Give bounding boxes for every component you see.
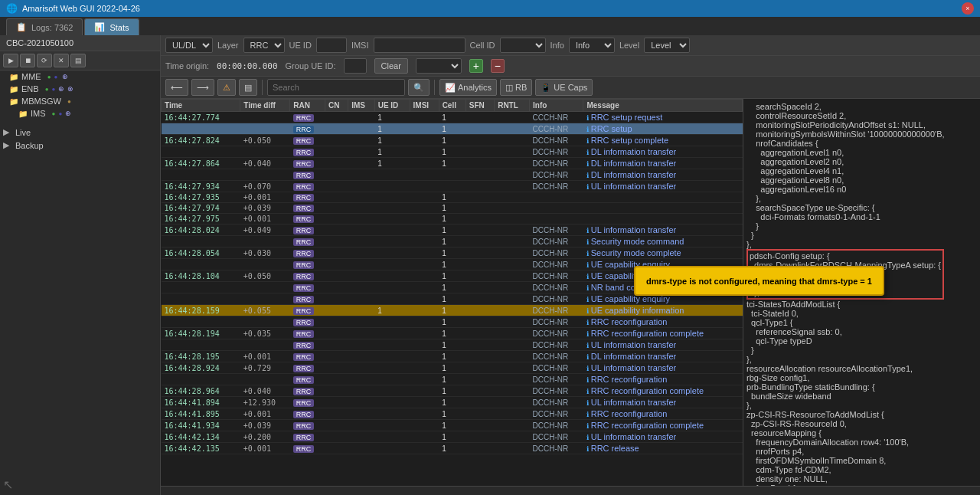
cell-rntl bbox=[495, 135, 530, 146]
cell-cell: 1 bbox=[439, 112, 466, 123]
cell-ran: RRC bbox=[290, 203, 325, 214]
cell-message: ℹ UL information transfer bbox=[583, 362, 743, 374]
search-icon-button[interactable]: 🔍 bbox=[408, 79, 430, 96]
cell-time: 16:44:27.975 bbox=[162, 214, 240, 225]
grid-button[interactable]: ▤ bbox=[239, 79, 257, 96]
table-row[interactable]: 16:44:41.895 +0.001 RRC 1 DCCH-NR ℹ RRC … bbox=[162, 408, 743, 420]
cell-time: 16:44:27.774 bbox=[162, 112, 240, 123]
close-sidebar-button[interactable]: ✕ bbox=[54, 54, 69, 67]
table-row[interactable]: RRC 1 DCCH-NR ℹ RRC reconfiguration bbox=[162, 316, 743, 328]
cell-ueid: 1 bbox=[374, 112, 410, 123]
table-row[interactable]: 16:44:41.934 +0.039 RRC 1 DCCH-NR ℹ RRC … bbox=[162, 420, 743, 431]
cell-cell: 1 bbox=[439, 328, 466, 339]
cell-ims bbox=[348, 408, 374, 420]
cell-cn bbox=[325, 420, 348, 431]
cell-ueid bbox=[374, 420, 410, 431]
table-row[interactable]: 16:44:28.024 +0.049 RRC 1 DCCH-NR ℹ UL i… bbox=[162, 225, 743, 236]
table-row[interactable]: 16:44:42.134 +0.200 RRC 1 DCCH-NR ℹ UL i… bbox=[162, 431, 743, 443]
warning-button[interactable]: ⚠ bbox=[217, 79, 236, 96]
table-row[interactable]: RRC 1 DCCH-NR ℹ Security mode command bbox=[162, 236, 743, 248]
analytics-button[interactable]: 📈 Analytics bbox=[439, 79, 497, 96]
cell-ims bbox=[348, 431, 374, 443]
search-input[interactable] bbox=[267, 79, 405, 96]
table-row[interactable]: 16:44:27.975 +0.001 RRC 1 bbox=[162, 214, 743, 225]
table-row[interactable]: 16:44:41.894 +12.930 RRC 1 DCCH-NR ℹ UL … bbox=[162, 397, 743, 408]
table-row[interactable]: 16:44:28.194 +0.035 RRC 1 DCCH-NR ℹ RRC … bbox=[162, 328, 743, 339]
table-row[interactable]: 16:44:27.824 +0.050 RRC 1 1 DCCH-NR ℹ RR… bbox=[162, 135, 743, 146]
close-button[interactable]: × bbox=[962, 2, 974, 15]
table-row[interactable]: 16:44:28.924 +0.729 RRC 1 DCCH-NR ℹ UL i… bbox=[162, 362, 743, 374]
cell-imsi bbox=[410, 408, 439, 420]
cell-timediff: +0.039 bbox=[240, 203, 290, 214]
ue-id-input[interactable] bbox=[316, 38, 347, 53]
cell-ims bbox=[348, 397, 374, 408]
cell-id-select[interactable] bbox=[500, 38, 546, 53]
layer-select[interactable]: UL/DLRRCNASAll bbox=[165, 38, 213, 53]
cell-info bbox=[530, 192, 583, 203]
table-row[interactable]: 16:44:28.195 +0.001 RRC 1 DCCH-NR ℹ DL i… bbox=[162, 351, 743, 362]
table-row[interactable]: 16:44:42.135 +0.001 RRC 1 DCCH-NR ℹ RRC … bbox=[162, 443, 743, 454]
cell-ims bbox=[348, 146, 374, 158]
tab-logs[interactable]: 📋 Logs: 7362 bbox=[6, 18, 83, 35]
layer-value-select[interactable]: RRC bbox=[243, 38, 285, 53]
cell-rntl bbox=[495, 293, 530, 305]
table-row[interactable]: 16:44:27.935 +0.001 RRC 1 bbox=[162, 192, 743, 203]
table-row[interactable]: RRC DCCH-NR ℹ DL information transfer bbox=[162, 169, 743, 181]
rb-button[interactable]: ◫ RB bbox=[500, 79, 532, 96]
tab-stats[interactable]: 📊 Stats bbox=[84, 18, 139, 35]
table-row[interactable]: 16:44:28.964 +0.040 RRC 1 DCCH-NR ℹ RRC … bbox=[162, 385, 743, 397]
sidebar-item-mbmsgw[interactable]: 📁 MBMSGW ● bbox=[0, 95, 160, 107]
imsi-input[interactable] bbox=[374, 38, 466, 53]
cell-rntl bbox=[495, 123, 530, 135]
cell-cell bbox=[439, 169, 466, 181]
table-row[interactable]: 16:44:27.934 +0.070 RRC DCCH-NR ℹ UL inf… bbox=[162, 181, 743, 192]
table-row[interactable]: 16:44:27.974 +0.039 RRC 1 bbox=[162, 203, 743, 214]
level-select[interactable]: Level bbox=[644, 38, 690, 53]
clear-select[interactable] bbox=[416, 58, 462, 74]
cell-rntl bbox=[495, 203, 530, 214]
clear-button[interactable]: Clear bbox=[374, 58, 408, 74]
cell-ueid bbox=[374, 259, 410, 270]
horizontal-scrollbar[interactable] bbox=[161, 486, 980, 495]
cell-sfn bbox=[466, 431, 494, 443]
table-row[interactable]: 16:44:28.054 +0.030 RRC 1 DCCH-NR ℹ Secu… bbox=[162, 248, 743, 259]
remove-filter-button[interactable]: − bbox=[491, 59, 505, 73]
cell-message: ℹ UL information transfer bbox=[583, 339, 743, 351]
play-button[interactable]: ▶ bbox=[3, 54, 18, 67]
cell-cn bbox=[325, 339, 348, 351]
cell-ueid bbox=[374, 214, 410, 225]
add-filter-button[interactable]: + bbox=[469, 59, 483, 73]
group-ue-input[interactable] bbox=[344, 58, 367, 74]
sidebar-item-live[interactable]: ▶ Live bbox=[0, 126, 160, 139]
sidebar-item-ims[interactable]: 📁 IMS ● ● ⊕ bbox=[0, 107, 160, 120]
forward-button[interactable]: ⟶ bbox=[191, 79, 214, 96]
refresh-button[interactable]: ⟳ bbox=[37, 54, 52, 67]
cell-timediff: +0.055 bbox=[240, 305, 290, 316]
mme-label: MME bbox=[21, 72, 41, 81]
info-select[interactable]: Info bbox=[569, 38, 615, 53]
ims-status-blue: ● bbox=[58, 110, 62, 117]
table-row[interactable]: RRC 1 DCCH-NR ℹ RRC reconfiguration bbox=[162, 374, 743, 385]
cell-ran: RRC bbox=[290, 282, 325, 293]
table-row[interactable]: RRC 1 1 DCCH-NR ℹ DL information transfe… bbox=[162, 146, 743, 158]
cell-imsi bbox=[410, 305, 439, 316]
sidebar-item-mme[interactable]: 📁 MME ● ● ⊕ bbox=[0, 70, 160, 83]
table-row[interactable]: 16:44:27.774 RRC 1 1 CCCH-NR ℹ RRC setup… bbox=[162, 112, 743, 123]
table-row[interactable]: RRC 1 DCCH-NR ℹ UL information transfer bbox=[162, 339, 743, 351]
back-button[interactable]: ⟵ bbox=[165, 79, 188, 96]
sidebar-item-backup[interactable]: ▶ Backup bbox=[0, 139, 160, 152]
cell-message: ℹ RRC setup request bbox=[583, 112, 743, 123]
cell-info: DCCH-NR bbox=[530, 293, 583, 305]
ue-caps-button[interactable]: 📱 UE Caps bbox=[535, 79, 593, 96]
table-row[interactable]: RRC 1 1 CCCH-NR ℹ RRC setup bbox=[162, 123, 743, 135]
stop-button[interactable]: ⏹ bbox=[20, 54, 35, 67]
analytics-icon: 📈 bbox=[445, 83, 456, 93]
cell-time bbox=[162, 236, 240, 248]
cell-sfn bbox=[466, 408, 494, 420]
sidebar-item-enb[interactable]: 📁 ENB ● ● ⊕ ⊗ bbox=[0, 83, 160, 95]
cell-ran: RRC bbox=[290, 374, 325, 385]
table-row[interactable]: 16:44:28.159 +0.055 RRC 1 1 DCCH-NR ℹ UE… bbox=[162, 305, 743, 316]
menu-button[interactable]: ▤ bbox=[70, 54, 86, 67]
content-area: Time Time diff RAN CN IMS UE ID IMSI Cel… bbox=[161, 99, 980, 486]
table-row[interactable]: 16:44:27.864 +0.040 RRC 1 1 DCCH-NR ℹ DL… bbox=[162, 158, 743, 169]
